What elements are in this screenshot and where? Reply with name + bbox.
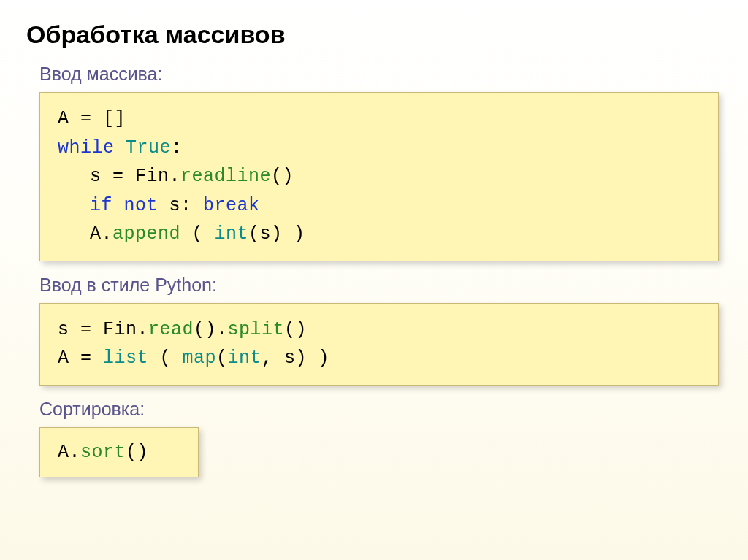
code-token: () bbox=[284, 319, 307, 340]
section-heading-input: Ввод массива: bbox=[39, 64, 722, 85]
code-line: while True: bbox=[58, 134, 701, 163]
code-token: () bbox=[271, 166, 294, 187]
code-token: = Fin. bbox=[102, 166, 181, 187]
code-block-input: A = [] while True: s = Fin.readline() if… bbox=[39, 92, 719, 261]
code-method: readline bbox=[180, 166, 271, 187]
code-token: A. bbox=[58, 442, 80, 463]
code-builtin: int bbox=[215, 223, 249, 245]
code-block-sort: A.sort() bbox=[39, 427, 199, 478]
code-line: s = Fin.readline() bbox=[58, 162, 701, 191]
code-line: A.sort() bbox=[58, 438, 180, 467]
section-heading-python-style: Ввод в стиле Python: bbox=[39, 275, 722, 296]
code-block-python-style: s = Fin.read().split() A = list ( map(in… bbox=[39, 303, 719, 386]
code-token: ( bbox=[148, 348, 183, 369]
code-token: = Fin. bbox=[69, 319, 149, 340]
code-token: (s) ) bbox=[248, 223, 305, 245]
code-keyword: while bbox=[58, 137, 115, 158]
code-line: A = list ( map(int, s) ) bbox=[58, 344, 701, 373]
code-token: (). bbox=[194, 319, 228, 340]
code-token: , s) ) bbox=[262, 348, 329, 369]
code-token: () bbox=[126, 442, 148, 463]
code-method: split bbox=[228, 319, 285, 340]
code-builtin: list bbox=[103, 348, 148, 369]
code-token: A bbox=[58, 348, 69, 369]
code-token: : bbox=[171, 137, 183, 158]
code-line: if not s: break bbox=[58, 191, 701, 220]
code-line: A.append ( int(s) ) bbox=[58, 220, 701, 249]
code-token: A bbox=[58, 108, 69, 129]
code-method: sort bbox=[80, 442, 126, 463]
code-builtin: map bbox=[183, 348, 217, 369]
code-builtin: int bbox=[228, 348, 262, 369]
code-keyword: True bbox=[115, 137, 172, 158]
code-line: A = [] bbox=[58, 104, 701, 134]
code-token: s bbox=[58, 319, 69, 340]
code-method: append bbox=[112, 223, 180, 245]
code-token: ( bbox=[216, 348, 228, 369]
code-token: s bbox=[90, 166, 102, 187]
code-token: ( bbox=[180, 223, 215, 245]
code-keyword: if not bbox=[90, 195, 158, 216]
code-token: = bbox=[69, 348, 104, 369]
code-token: A. bbox=[90, 223, 112, 245]
code-line: s = Fin.read().split() bbox=[58, 315, 701, 345]
code-token: s: bbox=[158, 195, 203, 216]
code-token: = [] bbox=[69, 108, 126, 129]
slide-title: Обработка массивов bbox=[26, 20, 722, 49]
section-heading-sort: Сортировка: bbox=[39, 399, 722, 420]
code-method: read bbox=[148, 319, 194, 340]
code-keyword: break bbox=[203, 195, 260, 216]
